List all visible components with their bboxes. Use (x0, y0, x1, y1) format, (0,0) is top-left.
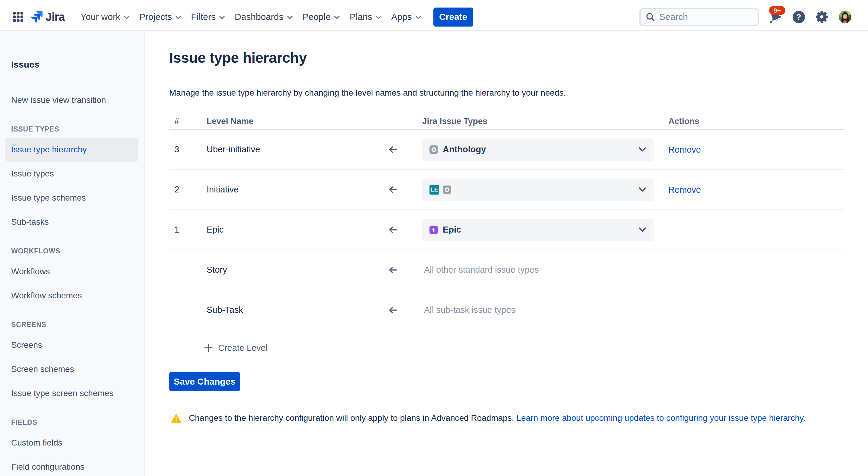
sidebar-item-workflow-schemes[interactable]: Workflow schemes (5, 284, 138, 308)
primary-nav: Your work Projects Filters Dashboards Pe… (81, 12, 431, 22)
issue-types-select[interactable]: LE (422, 179, 654, 201)
column-header-spacer (378, 126, 408, 129)
column-header-number: # (174, 116, 207, 129)
sidebar-item-custom-fields[interactable]: Custom fields (5, 431, 138, 455)
column-header-actions: Actions (668, 116, 844, 129)
sidebar-heading-issue-types: ISSUE TYPES (0, 121, 145, 138)
chevron-down-icon (415, 16, 421, 19)
arrow-cell (378, 145, 408, 154)
sidebar-item-screens[interactable]: Screens (5, 333, 138, 357)
table-row-epic: 1 Epic Epic (169, 210, 844, 250)
sidebar-item-field-configurations[interactable]: Field configurations (5, 455, 138, 476)
notifications-button[interactable]: 9+ (769, 10, 782, 24)
search-input[interactable] (659, 12, 753, 22)
table-row-sub-task: Sub-Task All sub-task issue types (169, 290, 844, 330)
warning-message: Changes to the hierarchy configuration w… (171, 413, 844, 423)
level-number: 3 (174, 145, 207, 154)
nav-item-your-work[interactable]: Your work (81, 12, 129, 22)
nav-item-plans[interactable]: Plans (349, 12, 381, 22)
chevron-down-icon (334, 16, 340, 19)
nav-item-people[interactable]: People (303, 12, 340, 22)
save-changes-button[interactable]: Save Changes (169, 372, 240, 391)
chevron-down-icon (176, 16, 181, 19)
actions-cell: Remove (668, 184, 844, 195)
nav-item-dashboards[interactable]: Dashboards (235, 12, 292, 22)
level-name: Uber-initiative (207, 145, 378, 154)
issue-types-cell: Epic (408, 219, 654, 241)
page-description: Manage the issue type hierarchy by chang… (169, 87, 844, 99)
sidebar-heading-screens: SCREENS (0, 316, 145, 333)
generic-issue-type-icon (443, 185, 451, 194)
issue-types-select[interactable]: Anthology (422, 139, 654, 161)
sidebar-item-issue-type-hierarchy[interactable]: Issue type hierarchy (5, 138, 138, 162)
plus-icon (204, 344, 213, 352)
arrow-left-icon (388, 265, 398, 275)
learn-more-link[interactable]: Learn more about upcoming updates to con… (516, 413, 805, 423)
chevron-down-icon (124, 16, 129, 19)
chevron-down-icon (638, 187, 647, 192)
nav-item-apps[interactable]: Apps (391, 12, 421, 22)
jira-wordmark: Jira (45, 10, 65, 24)
sidebar-item-screen-schemes[interactable]: Screen schemes (5, 357, 138, 381)
search-icon (645, 12, 655, 22)
sidebar-item-issue-type-screen-schemes[interactable]: Issue type screen schemes (5, 381, 138, 406)
remove-level-link[interactable]: Remove (668, 185, 701, 195)
create-level-button[interactable]: Create Level (204, 340, 844, 355)
user-avatar[interactable] (839, 10, 851, 23)
create-button[interactable]: Create (433, 7, 473, 27)
gear-icon (816, 11, 828, 23)
settings-sidebar: Issues New issue view transition ISSUE T… (0, 31, 145, 476)
sidebar-heading-workflows: WORKFLOWS (0, 242, 145, 260)
hierarchy-table: # Level Name Jira Issue Types Actions 3 … (169, 107, 844, 330)
issue-types-cell: Anthology (408, 139, 654, 161)
issue-types-cell: LE (408, 179, 654, 201)
warning-icon (171, 413, 181, 423)
jira-logo[interactable]: Jira (31, 10, 65, 24)
settings-button[interactable] (816, 11, 828, 23)
chevron-down-icon (638, 147, 647, 152)
arrow-cell (378, 225, 408, 235)
selected-issue-type-label: Epic (443, 225, 461, 235)
main-content: Issue type hierarchy Manage the issue ty… (145, 31, 868, 423)
issue-types-placeholder: All sub-task issue types (424, 305, 654, 315)
arrow-left-icon (388, 225, 398, 235)
app-switcher-grid-icon[interactable] (13, 12, 23, 22)
arrow-left-icon (388, 305, 398, 315)
issue-types-select[interactable]: Epic (422, 219, 654, 241)
column-header-level-name: Level Name (207, 116, 378, 129)
nav-item-projects[interactable]: Projects (140, 12, 181, 22)
arrow-cell (378, 305, 408, 315)
issue-types-placeholder: All other standard issue types (424, 265, 654, 275)
search-box[interactable] (640, 8, 759, 26)
le-avatar-icon: LE (430, 185, 439, 195)
avatar-photo (839, 10, 851, 23)
arrow-cell (378, 265, 408, 275)
chevron-down-icon (287, 16, 292, 19)
top-nav: Jira Your work Projects Filters Dashboar… (0, 0, 868, 31)
remove-level-link[interactable]: Remove (668, 145, 701, 154)
sidebar-title: Issues (0, 53, 145, 77)
actions-cell: Remove (668, 144, 844, 155)
sidebar-item-issue-type-schemes[interactable]: Issue type schemes (5, 186, 138, 210)
create-level-label: Create Level (218, 343, 268, 353)
chevron-down-icon (219, 16, 225, 19)
level-number: 1 (174, 225, 207, 235)
chevron-down-icon (638, 227, 647, 233)
sidebar-item-issue-types[interactable]: Issue types (5, 162, 138, 186)
sidebar-item-new-issue-view-transition[interactable]: New issue view transition (5, 88, 138, 112)
level-name: Sub-Task (207, 305, 378, 315)
nav-item-filters[interactable]: Filters (191, 12, 225, 22)
issue-types-cell: All other standard issue types (408, 265, 654, 275)
generic-issue-type-icon (430, 145, 438, 154)
help-button[interactable]: ? (793, 11, 805, 23)
selected-issue-type-label: Anthology (443, 145, 486, 154)
issue-types-cell: All sub-task issue types (408, 305, 654, 315)
page-title: Issue type hierarchy (169, 48, 844, 68)
epic-icon (430, 226, 438, 234)
sidebar-item-sub-tasks[interactable]: Sub-tasks (5, 210, 138, 234)
sidebar-item-workflows[interactable]: Workflows (5, 260, 138, 284)
level-number: 2 (174, 185, 207, 195)
column-header-jira-issue-types: Jira Issue Types (422, 116, 654, 129)
warning-text: Changes to the hierarchy configuration w… (189, 413, 806, 423)
chevron-down-icon (376, 16, 381, 19)
